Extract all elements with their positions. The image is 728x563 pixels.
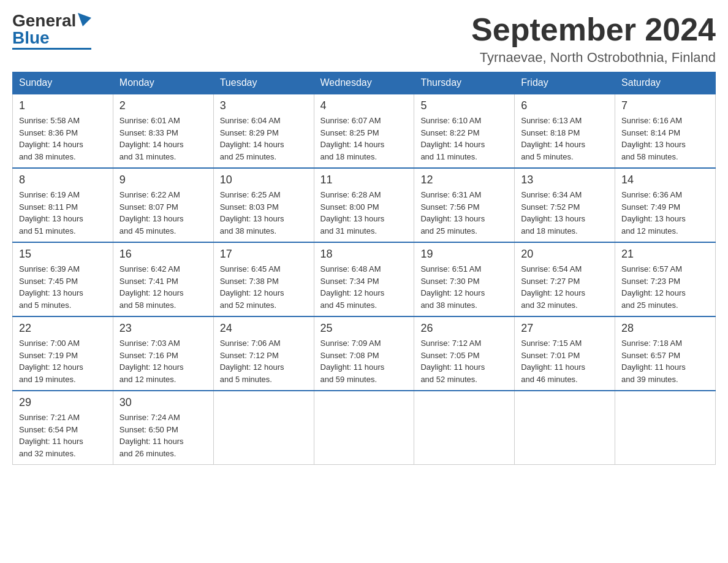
svg-marker-0	[78, 13, 91, 26]
day-number: 24	[220, 322, 308, 335]
calendar-cell: 29Sunrise: 7:21 AMSunset: 6:54 PMDayligh…	[13, 391, 113, 465]
logo-general-text: General	[12, 12, 76, 29]
page-header: General Blue September 2024 Tyrnaevae, N…	[12, 12, 716, 66]
calendar-cell: 7Sunrise: 6:16 AMSunset: 8:14 PMDaylight…	[615, 94, 716, 168]
calendar-cell: 8Sunrise: 6:19 AMSunset: 8:11 PMDaylight…	[13, 168, 113, 242]
calendar-cell: 15Sunrise: 6:39 AMSunset: 7:45 PMDayligh…	[13, 242, 113, 316]
day-info: Sunrise: 6:16 AMSunset: 8:14 PMDaylight:…	[621, 115, 709, 163]
calendar-cell: 16Sunrise: 6:42 AMSunset: 7:41 PMDayligh…	[113, 242, 213, 316]
calendar-cell	[314, 391, 414, 465]
calendar-table: SundayMondayTuesdayWednesdayThursdayFrid…	[12, 72, 716, 465]
day-info: Sunrise: 6:54 AMSunset: 7:27 PMDaylight:…	[521, 263, 609, 311]
day-info: Sunrise: 6:31 AMSunset: 7:56 PMDaylight:…	[420, 189, 508, 237]
week-row-2: 8Sunrise: 6:19 AMSunset: 8:11 PMDaylight…	[13, 168, 716, 242]
day-number: 2	[119, 99, 207, 112]
calendar-cell	[615, 391, 716, 465]
weekday-header-thursday: Thursday	[414, 72, 515, 94]
day-info: Sunrise: 6:10 AMSunset: 8:22 PMDaylight:…	[420, 115, 508, 163]
calendar-cell: 3Sunrise: 6:04 AMSunset: 8:29 PMDaylight…	[213, 94, 314, 168]
weekday-header-monday: Monday	[113, 72, 213, 94]
calendar-cell: 4Sunrise: 6:07 AMSunset: 8:25 PMDaylight…	[314, 94, 414, 168]
day-number: 12	[420, 174, 508, 186]
day-number: 1	[19, 99, 107, 112]
day-info: Sunrise: 6:25 AMSunset: 8:03 PMDaylight:…	[220, 189, 308, 237]
day-info: Sunrise: 7:21 AMSunset: 6:54 PMDaylight:…	[19, 412, 107, 459]
day-number: 10	[220, 174, 308, 186]
calendar-cell: 11Sunrise: 6:28 AMSunset: 8:00 PMDayligh…	[314, 168, 414, 242]
calendar-cell: 5Sunrise: 6:10 AMSunset: 8:22 PMDaylight…	[414, 94, 515, 168]
day-number: 17	[220, 248, 308, 261]
calendar-cell: 12Sunrise: 6:31 AMSunset: 7:56 PMDayligh…	[414, 168, 515, 242]
month-title: September 2024	[471, 12, 716, 47]
day-info: Sunrise: 6:07 AMSunset: 8:25 PMDaylight:…	[320, 115, 408, 163]
day-number: 28	[621, 322, 709, 335]
day-info: Sunrise: 6:34 AMSunset: 7:52 PMDaylight:…	[521, 189, 609, 237]
calendar-cell: 13Sunrise: 6:34 AMSunset: 7:52 PMDayligh…	[515, 168, 615, 242]
weekday-header-sunday: Sunday	[13, 72, 113, 94]
day-number: 30	[119, 396, 207, 409]
day-info: Sunrise: 6:51 AMSunset: 7:30 PMDaylight:…	[420, 263, 508, 311]
weekday-header-friday: Friday	[515, 72, 615, 94]
location-subtitle: Tyrnaevae, North Ostrobothnia, Finland	[471, 50, 716, 66]
day-info: Sunrise: 7:06 AMSunset: 7:12 PMDaylight:…	[220, 337, 308, 385]
logo-blue-text: Blue	[12, 29, 50, 47]
day-number: 23	[119, 322, 207, 335]
calendar-cell: 23Sunrise: 7:03 AMSunset: 7:16 PMDayligh…	[113, 316, 213, 391]
day-info: Sunrise: 6:04 AMSunset: 8:29 PMDaylight:…	[220, 115, 308, 163]
calendar-cell	[414, 391, 515, 465]
calendar-cell: 25Sunrise: 7:09 AMSunset: 7:08 PMDayligh…	[314, 316, 414, 391]
logo-underline	[12, 48, 91, 50]
day-info: Sunrise: 5:58 AMSunset: 8:36 PMDaylight:…	[19, 115, 107, 163]
day-number: 5	[420, 99, 508, 112]
day-number: 3	[220, 99, 308, 112]
week-row-3: 15Sunrise: 6:39 AMSunset: 7:45 PMDayligh…	[13, 242, 716, 316]
day-number: 8	[19, 174, 107, 186]
day-info: Sunrise: 6:22 AMSunset: 8:07 PMDaylight:…	[119, 189, 207, 237]
day-number: 16	[119, 248, 207, 261]
day-info: Sunrise: 6:57 AMSunset: 7:23 PMDaylight:…	[621, 263, 709, 311]
calendar-cell: 9Sunrise: 6:22 AMSunset: 8:07 PMDaylight…	[113, 168, 213, 242]
day-number: 13	[521, 174, 609, 186]
calendar-cell: 30Sunrise: 7:24 AMSunset: 6:50 PMDayligh…	[113, 391, 213, 465]
calendar-cell: 28Sunrise: 7:18 AMSunset: 6:57 PMDayligh…	[615, 316, 716, 391]
logo-triangle-icon	[78, 13, 91, 26]
day-number: 11	[320, 174, 408, 186]
day-info: Sunrise: 7:24 AMSunset: 6:50 PMDaylight:…	[119, 412, 207, 459]
day-number: 26	[420, 322, 508, 335]
day-info: Sunrise: 7:03 AMSunset: 7:16 PMDaylight:…	[119, 337, 207, 385]
day-info: Sunrise: 6:42 AMSunset: 7:41 PMDaylight:…	[119, 263, 207, 311]
day-info: Sunrise: 7:15 AMSunset: 7:01 PMDaylight:…	[521, 337, 609, 385]
weekday-header-saturday: Saturday	[615, 72, 716, 94]
day-info: Sunrise: 6:28 AMSunset: 8:00 PMDaylight:…	[320, 189, 408, 237]
calendar-cell: 10Sunrise: 6:25 AMSunset: 8:03 PMDayligh…	[213, 168, 314, 242]
calendar-cell	[213, 391, 314, 465]
day-number: 21	[621, 248, 709, 261]
week-row-4: 22Sunrise: 7:00 AMSunset: 7:19 PMDayligh…	[13, 316, 716, 391]
day-number: 20	[521, 248, 609, 261]
day-number: 9	[119, 174, 207, 186]
calendar-cell: 14Sunrise: 6:36 AMSunset: 7:49 PMDayligh…	[615, 168, 716, 242]
day-number: 15	[19, 248, 107, 261]
day-number: 6	[521, 99, 609, 112]
title-section: September 2024 Tyrnaevae, North Ostrobot…	[471, 12, 716, 66]
calendar-cell: 1Sunrise: 5:58 AMSunset: 8:36 PMDaylight…	[13, 94, 113, 168]
calendar-cell: 19Sunrise: 6:51 AMSunset: 7:30 PMDayligh…	[414, 242, 515, 316]
day-info: Sunrise: 6:13 AMSunset: 8:18 PMDaylight:…	[521, 115, 609, 163]
calendar-cell: 24Sunrise: 7:06 AMSunset: 7:12 PMDayligh…	[213, 316, 314, 391]
day-number: 25	[320, 322, 408, 335]
weekday-header-wednesday: Wednesday	[314, 72, 414, 94]
week-row-5: 29Sunrise: 7:21 AMSunset: 6:54 PMDayligh…	[13, 391, 716, 465]
weekday-header-row: SundayMondayTuesdayWednesdayThursdayFrid…	[13, 72, 716, 94]
day-number: 29	[19, 396, 107, 409]
day-number: 22	[19, 322, 107, 335]
day-info: Sunrise: 7:12 AMSunset: 7:05 PMDaylight:…	[420, 337, 508, 385]
day-info: Sunrise: 6:48 AMSunset: 7:34 PMDaylight:…	[320, 263, 408, 311]
day-info: Sunrise: 6:39 AMSunset: 7:45 PMDaylight:…	[19, 263, 107, 311]
day-info: Sunrise: 7:18 AMSunset: 6:57 PMDaylight:…	[621, 337, 709, 385]
weekday-header-tuesday: Tuesday	[213, 72, 314, 94]
calendar-cell: 22Sunrise: 7:00 AMSunset: 7:19 PMDayligh…	[13, 316, 113, 391]
day-number: 14	[621, 174, 709, 186]
calendar-cell: 6Sunrise: 6:13 AMSunset: 8:18 PMDaylight…	[515, 94, 615, 168]
calendar-cell: 2Sunrise: 6:01 AMSunset: 8:33 PMDaylight…	[113, 94, 213, 168]
calendar-cell: 20Sunrise: 6:54 AMSunset: 7:27 PMDayligh…	[515, 242, 615, 316]
